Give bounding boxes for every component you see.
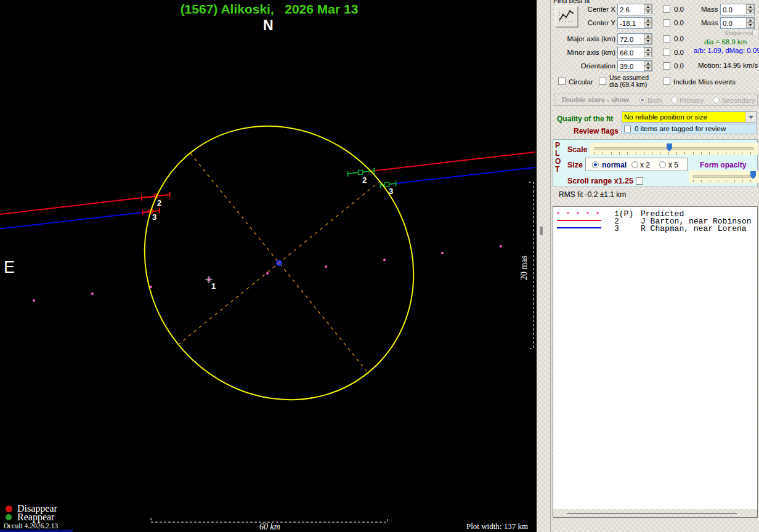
svg-text:2: 2: [362, 175, 367, 185]
center-y-fix-checkbox[interactable]: [663, 19, 670, 26]
orientation-field[interactable]: [617, 60, 652, 72]
center-x-field[interactable]: [617, 4, 652, 15]
plot-width-label: Plot width: 137 km: [466, 522, 528, 531]
scroll-range-label: Scroll range x1.25: [567, 177, 633, 185]
scroll-range-checkbox[interactable]: [636, 177, 643, 185]
red-line-sample: [557, 220, 601, 221]
orientation-spin-down[interactable]: [644, 66, 652, 71]
major-axis-field[interactable]: [617, 33, 652, 45]
right-scale-label: 20 mas: [519, 246, 529, 289]
size-x2-label: x 2: [640, 161, 650, 169]
rms-fit-label: RMS fit -0.2 ±1.1 km: [559, 190, 626, 199]
mass-y-field[interactable]: [720, 17, 755, 29]
double-primary-radio[interactable]: [671, 97, 678, 103]
occultation-plot-canvas[interactable]: 22331: [0, 0, 537, 532]
size-normal-radio[interactable]: [592, 161, 599, 168]
plot-vertical-scrollbar[interactable]: [537, 0, 551, 532]
shape-model-checkbox[interactable]: [752, 30, 759, 36]
minor-axis-sigma: 0.0: [674, 49, 684, 56]
circular-label: Circular: [569, 78, 593, 86]
size-x5-radio[interactable]: [659, 161, 666, 168]
scrollbar-thumb[interactable]: [540, 227, 543, 235]
motion-label: Motion: 14.95 km/s: [698, 62, 758, 69]
size-label: Size: [567, 161, 583, 169]
major-axis-fix-checkbox[interactable]: [663, 35, 670, 42]
include-miss-checkbox[interactable]: [663, 78, 670, 85]
size-x2-radio[interactable]: [631, 161, 638, 168]
observer-listbox[interactable]: 1(P) Predicted 2 J Barton, near Robinson…: [553, 206, 758, 518]
review-flags-checkbox[interactable]: [624, 126, 631, 132]
mass-x-field[interactable]: [720, 4, 755, 15]
plot-area[interactable]: (1567) Alikoski, 2026 Mar 13 N E 22331 2…: [0, 0, 537, 532]
form-opacity-slider[interactable]: [689, 171, 759, 183]
quality-dropdown-button[interactable]: [745, 112, 756, 122]
disappear-dot-icon: [6, 506, 12, 512]
ab-dmag-label: a/b: 1.09, dMag: 0.09: [694, 47, 759, 54]
find-best-fit-title: Find best fit: [553, 0, 590, 4]
center-x-fix-checkbox[interactable]: [663, 6, 670, 13]
quality-value: No reliable position or size: [624, 113, 707, 121]
center-x-sigma: 0.0: [674, 6, 684, 13]
dia-label: dia = 68.9 km: [704, 38, 747, 46]
svg-text:2: 2: [157, 198, 161, 208]
listbox-hscroll-thumb[interactable]: [567, 513, 737, 514]
center-y-field[interactable]: [617, 17, 652, 29]
major-axis-spin-up[interactable]: [644, 34, 652, 39]
orientation-fix-checkbox[interactable]: [663, 62, 670, 70]
scale-label: Scale: [567, 145, 588, 154]
center-y-label: Center Y: [554, 19, 615, 26]
minor-axis-spin-down[interactable]: [644, 52, 652, 57]
bottom-scale-label: 60 km: [250, 522, 290, 532]
double-primary-label: Primary: [680, 97, 704, 104]
double-secondary-radio[interactable]: [713, 97, 720, 103]
include-miss-label: Include Miss events: [673, 78, 736, 86]
double-both-label: Both: [647, 97, 662, 104]
minor-axis-field[interactable]: [617, 47, 652, 58]
orientation-label: Orientation: [554, 62, 615, 70]
observer-name: R Chapman, near Lorena: [641, 224, 747, 233]
double-both-radio[interactable]: [639, 97, 646, 103]
scale-slider-thumb[interactable]: [667, 143, 672, 151]
center-y-sigma: 0.0: [674, 19, 684, 26]
reappear-dot-icon: [6, 514, 12, 520]
orientation-spin-up[interactable]: [644, 61, 652, 66]
size-normal-label: normal: [602, 161, 627, 169]
legend-row-chapman[interactable]: 3 R Chapman, near Lorena: [553, 224, 757, 232]
mass-x-spin-down[interactable]: [746, 9, 754, 14]
major-axis-label: Major axis (km): [554, 35, 615, 42]
form-opacity-slider-thumb[interactable]: [750, 171, 756, 179]
occult-window: (1567) Alikoski, 2026 Mar 13 N E 22331 2…: [0, 0, 759, 532]
center-y-spin-down[interactable]: [644, 23, 652, 28]
legend-row-barton[interactable]: 2 J Barton, near Robinson: [553, 217, 757, 224]
chevron-down-icon: [749, 116, 753, 119]
mass-y-spin-up[interactable]: [746, 18, 754, 23]
version-label: Occult 4.2026.2.13: [4, 522, 58, 530]
scale-slider[interactable]: [590, 143, 758, 155]
mass-x-spin-up[interactable]: [746, 4, 754, 9]
legend-reappear-label: Reappear: [17, 512, 54, 523]
minor-axis-label: Minor axis (km): [554, 49, 615, 56]
svg-text:1: 1: [211, 281, 216, 291]
listbox-horizontal-scrollbar[interactable]: [553, 509, 757, 517]
blue-line-sample: [557, 227, 601, 228]
use-assumed-checkbox[interactable]: [599, 78, 606, 85]
major-axis-spin-down[interactable]: [644, 39, 652, 44]
center-y-spin-up[interactable]: [644, 18, 652, 23]
minor-axis-spin-up[interactable]: [644, 47, 652, 52]
legend-row-predicted[interactable]: 1(P) Predicted: [553, 209, 757, 217]
center-x-spin-down[interactable]: [644, 9, 652, 14]
plot-vertical-label: PLOT: [555, 142, 562, 174]
mass-y-spin-down[interactable]: [746, 23, 754, 28]
review-flags-box: 0 items are tagged for review: [622, 124, 757, 134]
use-assumed-label-line2: dia (69.4 km): [609, 81, 647, 88]
review-flags-label: Review flags: [574, 127, 619, 135]
circular-checkbox[interactable]: [558, 78, 566, 85]
quality-dropdown[interactable]: No reliable position or size: [622, 111, 757, 123]
double-stars-label: Double stars - show: [562, 96, 629, 103]
bottom-blue-strip: [0, 530, 73, 532]
center-x-spin-up[interactable]: [644, 4, 652, 9]
major-axis-sigma: 0.0: [674, 35, 684, 42]
review-flags-text: 0 items are tagged for review: [635, 125, 726, 132]
minor-axis-fix-checkbox[interactable]: [663, 49, 670, 56]
svg-text:3: 3: [152, 212, 156, 222]
